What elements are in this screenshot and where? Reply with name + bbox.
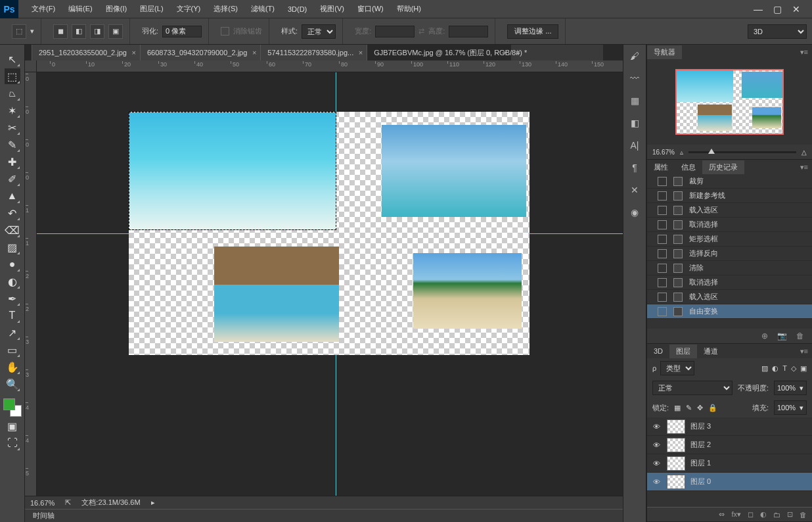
- filter-adjust-icon[interactable]: ◐: [772, 364, 778, 373]
- visibility-toggle-icon[interactable]: 👁: [651, 478, 662, 486]
- selection-add-icon[interactable]: ◧: [72, 24, 86, 39]
- panel-menu-icon[interactable]: ▾≡: [800, 347, 812, 356]
- zoom-tool-icon[interactable]: 🔍: [5, 376, 20, 392]
- visibility-toggle-icon[interactable]: 👁: [651, 460, 662, 467]
- layer-thumbnail[interactable]: [667, 475, 685, 489]
- menu-type[interactable]: 文字(Y): [170, 0, 208, 18]
- layer-thumbnail[interactable]: [667, 419, 685, 434]
- layer-link-icon[interactable]: ⇔: [719, 510, 725, 519]
- layer-group-icon[interactable]: 🗀: [773, 511, 780, 519]
- menu-layer[interactable]: 图层(L): [133, 0, 169, 18]
- layer-new-icon[interactable]: ⊡: [787, 510, 793, 519]
- visibility-toggle-icon[interactable]: 👁: [651, 441, 662, 449]
- layer-name[interactable]: 图层 2: [690, 440, 711, 450]
- history-item[interactable]: 清除: [647, 261, 812, 275]
- history-item[interactable]: 矩形选框: [647, 232, 812, 247]
- window-maximize-icon[interactable]: ▢: [773, 4, 782, 14]
- layer-item[interactable]: 👁图层 3: [647, 417, 812, 436]
- quickmask-icon[interactable]: ▣: [5, 418, 20, 434]
- layer-thumbnail[interactable]: [667, 438, 685, 452]
- text-tool-icon[interactable]: T: [5, 308, 20, 323]
- close-icon[interactable]: ×: [503, 49, 507, 57]
- layer-fx-icon[interactable]: fx▾: [731, 510, 741, 519]
- layer-item[interactable]: 👁图层 1: [647, 454, 812, 473]
- menu-file[interactable]: 文件(F): [25, 0, 62, 18]
- lasso-tool-icon[interactable]: ⏢: [5, 85, 20, 101]
- close-icon[interactable]: ×: [132, 49, 136, 57]
- image-layer-3[interactable]: [413, 253, 522, 329]
- canvas[interactable]: [129, 112, 530, 355]
- menu-select[interactable]: 选择(S): [207, 0, 244, 18]
- image-layer-0[interactable]: [129, 112, 336, 230]
- screenmode-icon[interactable]: ⛶: [5, 435, 20, 451]
- opacity-input[interactable]: 100%▾: [774, 381, 807, 395]
- paragraph-icon[interactable]: ¶: [623, 156, 646, 179]
- layer-adjust-icon[interactable]: ◐: [760, 510, 767, 519]
- filter-pixel-icon[interactable]: ▨: [761, 364, 768, 373]
- navigator-tab[interactable]: 导航器: [647, 45, 682, 59]
- brush-tool-icon[interactable]: ✐: [5, 171, 20, 187]
- eyedropper-tool-icon[interactable]: ✎: [5, 137, 20, 153]
- history-item[interactable]: 载入选区: [647, 290, 812, 304]
- image-layer-1[interactable]: [382, 125, 526, 217]
- document-tab[interactable]: GJB7EGBVMc.jpg @ 16.7% (图层 0, RGB/8#) *×: [367, 45, 511, 60]
- info-tab[interactable]: 信息: [675, 160, 702, 174]
- character-icon[interactable]: A|: [623, 134, 646, 156]
- style-select[interactable]: 正常: [302, 24, 336, 39]
- navigator-zoom-readout[interactable]: 16.67%: [652, 149, 675, 156]
- close-icon[interactable]: ×: [252, 49, 256, 57]
- history-snapshot-icon[interactable]: 📷: [777, 331, 787, 341]
- ruler-origin[interactable]: [25, 60, 37, 72]
- menu-help[interactable]: 帮助(H): [390, 0, 428, 18]
- layer-thumbnail[interactable]: [667, 456, 685, 471]
- lock-position-icon[interactable]: ✥: [697, 404, 703, 412]
- document-tab[interactable]: 2951_162036355000_2.jpg×: [32, 45, 140, 60]
- window-minimize-icon[interactable]: —: [754, 4, 763, 14]
- filter-shape-icon[interactable]: ◇: [791, 364, 796, 373]
- layer-name[interactable]: 图层 3: [690, 421, 711, 431]
- vertical-ruler[interactable]: 000011223344556: [25, 72, 37, 509]
- shape-tool-icon[interactable]: ▭: [5, 342, 20, 358]
- layer-name[interactable]: 图层 0: [690, 477, 711, 486]
- 3d-tab[interactable]: 3D: [647, 345, 669, 357]
- panel-menu-icon[interactable]: ▾≡: [800, 48, 812, 57]
- close-icon[interactable]: ×: [359, 49, 363, 57]
- lock-pixels-icon[interactable]: ✎: [686, 404, 692, 412]
- brush-presets-icon[interactable]: 〰: [623, 67, 646, 89]
- menu-filter[interactable]: 滤镜(T): [244, 0, 281, 18]
- layer-name[interactable]: 图层 1: [690, 458, 711, 468]
- history-item[interactable]: 选择反向: [647, 247, 812, 261]
- timeline-panel[interactable]: 时间轴: [25, 509, 623, 522]
- selection-new-icon[interactable]: ◼: [53, 24, 68, 39]
- fill-input[interactable]: 100%▾: [774, 400, 807, 415]
- navigator-preview[interactable]: [647, 59, 812, 145]
- history-item[interactable]: 载入选区: [647, 203, 812, 218]
- path-tool-icon[interactable]: ↗: [5, 325, 20, 341]
- document-tab[interactable]: 57411532228793580.jpg...×: [260, 45, 367, 60]
- marquee-preset-icon[interactable]: ⬚: [12, 24, 26, 39]
- history-new-doc-icon[interactable]: ⊕: [761, 331, 768, 341]
- blur-tool-icon[interactable]: ●: [5, 256, 20, 272]
- lock-all-icon[interactable]: 🔒: [708, 404, 717, 412]
- history-delete-icon[interactable]: 🗑: [796, 331, 804, 341]
- menu-edit[interactable]: 编辑(E): [62, 0, 99, 18]
- chevron-right-icon[interactable]: ▸: [151, 498, 155, 507]
- horizontal-ruler[interactable]: 0102030405060708090100110120130140150: [37, 60, 623, 72]
- gradient-tool-icon[interactable]: ▨: [5, 239, 20, 255]
- brush-panel-icon[interactable]: 🖌: [623, 45, 646, 67]
- selection-subtract-icon[interactable]: ◨: [90, 24, 104, 39]
- blend-mode-select[interactable]: 正常: [652, 381, 733, 395]
- history-item[interactable]: 裁剪: [647, 174, 812, 189]
- layer-delete-icon[interactable]: 🗑: [800, 511, 807, 519]
- selection-intersect-icon[interactable]: ▣: [108, 24, 123, 39]
- visibility-toggle-icon[interactable]: 👁: [651, 423, 662, 431]
- layers-tab[interactable]: 图层: [669, 344, 697, 358]
- workspace-select[interactable]: 3D: [748, 24, 807, 39]
- zoom-in-icon[interactable]: △: [801, 149, 807, 156]
- chevron-down-icon[interactable]: ▾: [30, 27, 34, 36]
- image-layer-2[interactable]: [214, 247, 339, 342]
- eraser-tool-icon[interactable]: ⌫: [5, 222, 20, 238]
- document-tab[interactable]: 6608733_094320799000_2.jpg×: [140, 45, 260, 60]
- feather-input[interactable]: [162, 26, 202, 37]
- history-tab[interactable]: 历史记录: [702, 160, 744, 174]
